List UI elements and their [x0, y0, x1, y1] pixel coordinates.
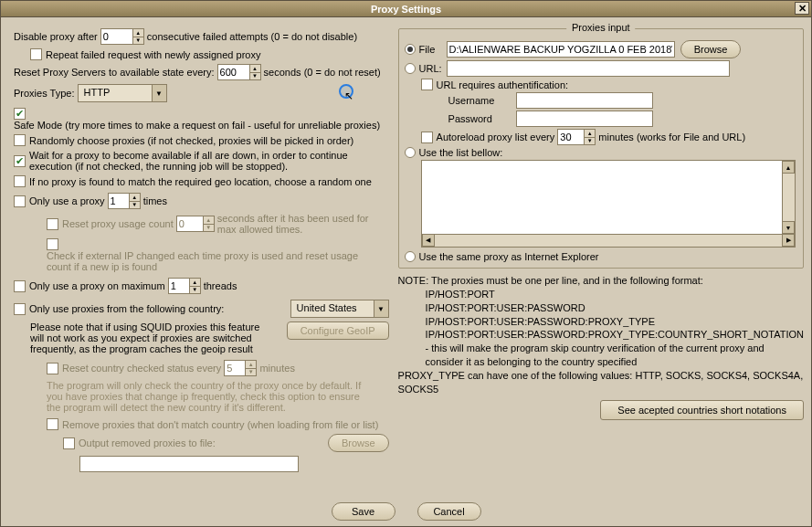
- autoreload-suffix: minutes (works for File and URL): [598, 132, 745, 142]
- autoreload-label: Autoreload proxy list every: [437, 132, 555, 142]
- reset-usage-spinner[interactable]: ▲▼: [176, 216, 215, 232]
- proxies-input-title: Proxies input: [566, 22, 636, 33]
- file-radio[interactable]: [405, 44, 416, 55]
- username-label: Username: [448, 95, 512, 106]
- scroll-left-icon[interactable]: ◀: [422, 234, 435, 247]
- scroll-up-icon[interactable]: ▲: [782, 161, 795, 174]
- disable-after-spinner[interactable]: ▲▼: [100, 28, 144, 45]
- output-removed-label: Output removed proxies to file:: [79, 437, 216, 448]
- window-title: Proxy Settings: [371, 4, 441, 15]
- check-ip-label: Check if external IP changed each time p…: [47, 250, 375, 272]
- cancel-button[interactable]: Cancel: [417, 502, 481, 521]
- reset-country-label: Reset country checked status every: [62, 363, 221, 374]
- proxy-list-textarea[interactable]: ▲ ▼ ◀ ▶: [421, 160, 796, 248]
- output-removed-path[interactable]: [79, 456, 299, 472]
- autoreload-spinner[interactable]: ▲▼: [557, 129, 596, 145]
- browse-file-button[interactable]: Browse: [680, 40, 742, 58]
- password-label: Password: [448, 113, 512, 124]
- reset-every-label: Reset Proxy Servers to available state e…: [14, 67, 214, 78]
- reset-country-spinner[interactable]: ▲▼: [224, 360, 257, 376]
- see-notations-button[interactable]: See acepted countries short notations: [600, 400, 804, 420]
- only-max-threads-checkbox[interactable]: [14, 280, 26, 292]
- random-label: Randomly choose proxies (if not checked,…: [29, 135, 353, 146]
- same-ie-label: Use the same proxy as Internet Explorer: [419, 251, 599, 262]
- remove-nomatch-label: Remove proxies that don't match country …: [62, 419, 378, 430]
- file-path-input[interactable]: [447, 41, 675, 58]
- safe-mode-checkbox[interactable]: [14, 108, 26, 120]
- use-list-label: Use the list bellow:: [419, 147, 503, 158]
- random-checkbox[interactable]: [14, 134, 26, 146]
- use-list-radio[interactable]: [405, 147, 416, 158]
- reset-usage-checkbox[interactable]: [47, 218, 58, 230]
- browse-removed-button[interactable]: Browse: [328, 434, 389, 452]
- country-hint: The program will only check the country …: [47, 380, 375, 413]
- output-removed-checkbox[interactable]: [63, 437, 75, 449]
- close-icon[interactable]: ✕: [795, 2, 809, 15]
- wait-avail-label: Wait for a proxy to become available if …: [29, 150, 385, 172]
- reset-every-spinner[interactable]: ▲▼: [217, 64, 261, 80]
- same-ie-radio[interactable]: [405, 251, 416, 262]
- only-max-threads-label: Only use a proxy on maximum: [29, 280, 165, 291]
- only-country-label: Only use proxies from the following coun…: [29, 303, 224, 314]
- repeat-failed-label: Repeat failed request with newly assigne…: [46, 49, 260, 60]
- configure-geoip-button[interactable]: Configure GeoIP: [287, 321, 389, 340]
- only-use-times-checkbox[interactable]: [14, 195, 26, 207]
- reset-country-suffix: minutes: [259, 363, 295, 374]
- url-auth-label: URL requires authentification:: [437, 79, 569, 90]
- repeat-failed-checkbox[interactable]: [30, 48, 42, 60]
- password-input[interactable]: [516, 111, 653, 127]
- only-max-threads-suffix: threads: [204, 280, 237, 291]
- url-auth-checkbox[interactable]: [421, 79, 433, 90]
- only-use-times-suffix: times: [143, 195, 167, 206]
- country-combo[interactable]: United States ▼: [290, 300, 389, 318]
- username-input[interactable]: [516, 92, 653, 109]
- no-geo-checkbox[interactable]: [14, 175, 26, 187]
- save-button[interactable]: Save: [332, 502, 395, 521]
- check-ip-checkbox[interactable]: [47, 238, 58, 250]
- proxies-input-group: Proxies input File Browse URL: URL requi…: [398, 28, 804, 269]
- reset-usage-label: Reset proxy usage count: [62, 218, 174, 229]
- safe-mode-label: Safe Mode (try more times to make a requ…: [14, 120, 380, 131]
- squid-note: Please note that if using SQUID proxies …: [30, 321, 268, 354]
- scroll-right-icon[interactable]: ▶: [782, 234, 795, 247]
- only-max-threads-spinner[interactable]: ▲▼: [168, 278, 201, 294]
- proxy-settings-window: Proxy Settings ✕ Disable proxy after ▲▼ …: [0, 0, 812, 527]
- left-panel: Disable proxy after ▲▼ consecutive faile…: [5, 21, 395, 522]
- format-note: NOTE: The proxies must be one per line, …: [398, 274, 804, 396]
- reset-usage-suffix: seconds after it has been used for max a…: [217, 213, 373, 235]
- reset-every-suffix: seconds (0 = do not reset): [264, 67, 381, 78]
- wait-avail-checkbox[interactable]: [14, 155, 26, 167]
- url-label: URL:: [419, 63, 447, 74]
- proxies-type-combo[interactable]: HTTP ▼: [78, 84, 167, 102]
- file-label: File: [419, 44, 447, 55]
- chevron-down-icon: ▼: [374, 300, 388, 317]
- disable-after-suffix: consecutive failed attempts (0 = do not …: [147, 31, 357, 42]
- remove-nomatch-checkbox[interactable]: [47, 418, 58, 430]
- only-use-times-spinner[interactable]: ▲▼: [108, 193, 141, 209]
- autoreload-checkbox[interactable]: [421, 132, 433, 143]
- reset-country-checkbox[interactable]: [47, 363, 58, 374]
- only-country-checkbox[interactable]: [14, 303, 26, 315]
- proxies-type-label: Proxies Type:: [14, 88, 74, 99]
- right-panel: Proxies input File Browse URL: URL requi…: [396, 21, 807, 522]
- url-radio[interactable]: [405, 63, 416, 74]
- url-input[interactable]: [447, 60, 730, 77]
- scroll-down-icon[interactable]: ▼: [782, 221, 795, 234]
- no-geo-label: If no proxy is found to match the requir…: [29, 176, 372, 187]
- disable-after-label: Disable proxy after: [14, 31, 98, 42]
- chevron-down-icon: ▼: [152, 85, 166, 101]
- only-use-times-label: Only use a proxy: [29, 195, 105, 206]
- titlebar: Proxy Settings ✕: [1, 1, 811, 17]
